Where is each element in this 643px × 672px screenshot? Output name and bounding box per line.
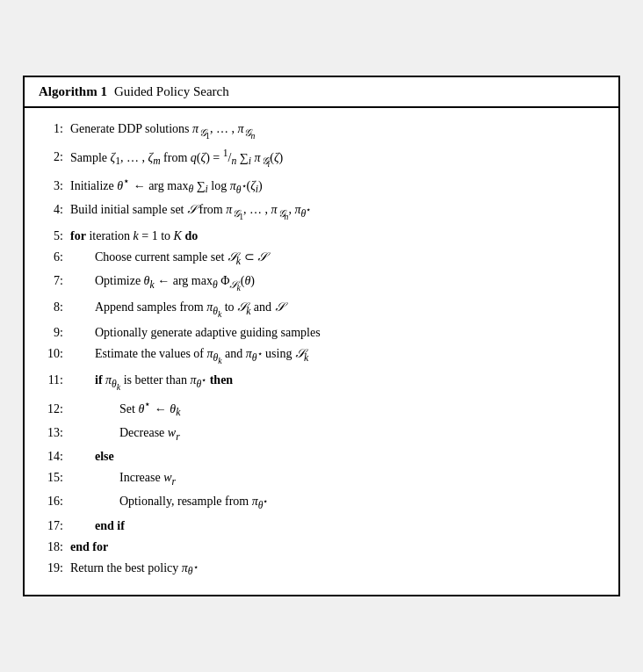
algorithm-line: 14:else <box>39 447 604 466</box>
line-number: 1: <box>39 119 63 138</box>
line-content: Build initial sample set 𝒮 from π𝒢1, … ,… <box>70 200 604 224</box>
line-number: 19: <box>39 559 63 577</box>
line-content: Generate DDP solutions π𝒢1, … , π𝒢n <box>70 119 604 143</box>
line-content: Optionally generate adaptive guiding sam… <box>70 323 604 342</box>
line-content: Increase wr <box>70 468 604 489</box>
algorithm-line: 16:Optionally, resample from πθ⋆ <box>39 492 604 513</box>
algorithm-line: 2:Sample ζ1, … , ζm from q(ζ) = 1/n ∑i π… <box>39 146 604 171</box>
line-number: 8: <box>39 298 63 316</box>
algorithm-header: Algorithm 1 Guided Policy Search <box>25 77 618 108</box>
line-content: Return the best policy πθ⋆ <box>70 559 604 580</box>
algorithm-line: 5:for iteration k = 1 to K do <box>39 227 604 245</box>
algorithm-line: 17:end if <box>39 517 604 535</box>
line-number: 11: <box>39 371 63 389</box>
line-number: 2: <box>39 148 63 166</box>
line-number: 5: <box>39 227 63 245</box>
algorithm-box: Algorithm 1 Guided Policy Search 1:Gener… <box>23 76 620 596</box>
algorithm-number: Algorithm 1 <box>39 84 107 99</box>
line-content: Append samples from πθk to 𝒮k and 𝒮 <box>70 298 604 322</box>
algorithm-line: 1:Generate DDP solutions π𝒢1, … , π𝒢n <box>39 119 604 143</box>
line-number: 15: <box>39 468 63 487</box>
line-number: 18: <box>39 538 63 556</box>
algorithm-line: 15:Increase wr <box>39 468 604 489</box>
line-number: 14: <box>39 447 63 466</box>
line-content: Optionally, resample from πθ⋆ <box>70 492 604 513</box>
algorithm-line: 11:if πθk is better than πθ⋆ then <box>39 371 604 394</box>
algorithm-line: 4:Build initial sample set 𝒮 from π𝒢1, …… <box>39 200 604 224</box>
line-content: end if <box>70 517 604 535</box>
line-content: Choose current sample set 𝒮k ⊂ 𝒮 <box>70 248 604 269</box>
line-content: Sample ζ1, … , ζm from q(ζ) = 1/n ∑i π𝒢i… <box>70 146 604 171</box>
algorithm-line: 13:Decrease wr <box>39 423 604 444</box>
algorithm-line: 9:Optionally generate adaptive guiding s… <box>39 323 604 342</box>
line-number: 9: <box>39 323 63 342</box>
line-number: 3: <box>39 177 63 195</box>
line-content: Optimize θk ← arg maxθ Φ𝒮k(θ) <box>70 271 604 295</box>
algorithm-line: 3:Initialize θ⋆ ← arg maxθ ∑i log πθ⋆(ζi… <box>39 174 604 198</box>
algorithm-line: 18:end for <box>39 538 604 556</box>
line-content: Decrease wr <box>70 423 604 444</box>
line-content: end for <box>70 538 604 556</box>
algorithm-line: 8:Append samples from πθk to 𝒮k and 𝒮 <box>39 298 604 322</box>
line-number: 10: <box>39 344 63 363</box>
algorithm-line: 10:Estimate the values of πθk and πθ⋆ us… <box>39 344 604 368</box>
line-number: 16: <box>39 492 63 510</box>
line-content: Estimate the values of πθk and πθ⋆ using… <box>70 344 604 368</box>
algorithm-body: 1:Generate DDP solutions π𝒢1, … , π𝒢n2:S… <box>25 108 618 595</box>
algorithm-line: 12:Set θ⋆ ← θk <box>39 397 604 421</box>
line-number: 7: <box>39 271 63 290</box>
line-number: 17: <box>39 517 63 535</box>
algorithm-line: 19:Return the best policy πθ⋆ <box>39 559 604 580</box>
line-number: 6: <box>39 248 63 266</box>
line-number: 12: <box>39 400 63 418</box>
line-content: else <box>70 447 604 466</box>
line-content: Initialize θ⋆ ← arg maxθ ∑i log πθ⋆(ζi) <box>70 174 604 198</box>
algorithm-title: Guided Policy Search <box>114 84 229 99</box>
algorithm-line: 6:Choose current sample set 𝒮k ⊂ 𝒮 <box>39 248 604 269</box>
line-content: Set θ⋆ ← θk <box>70 397 604 421</box>
algorithm-line: 7:Optimize θk ← arg maxθ Φ𝒮k(θ) <box>39 271 604 295</box>
line-number: 4: <box>39 200 63 219</box>
line-content: if πθk is better than πθ⋆ then <box>70 371 604 394</box>
line-number: 13: <box>39 423 63 442</box>
line-content: for iteration k = 1 to K do <box>70 227 604 245</box>
